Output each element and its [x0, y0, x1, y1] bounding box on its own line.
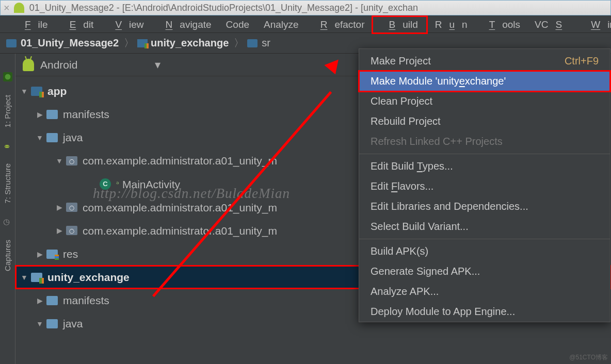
class-icon: [100, 178, 111, 190]
module-icon: [31, 273, 42, 282]
folder-icon: [46, 110, 58, 119]
menu-view[interactable]: View: [101, 17, 151, 32]
breadcrumb-separator: 〉: [124, 36, 134, 50]
menu-build[interactable]: Build: [372, 15, 427, 34]
menu-item-analyze-apk[interactable]: Analyze APK...: [359, 282, 610, 302]
package-icon: [66, 156, 77, 166]
menu-separator: [359, 154, 610, 154]
captures-icon: ◷: [3, 217, 12, 226]
menu-window[interactable]: Window: [576, 17, 611, 32]
android-studio-icon: [14, 3, 24, 13]
activity-badge-icon: ᵃ: [116, 176, 119, 192]
menu-item-refresh-cpp: Refresh Linked C++ Projects: [359, 131, 610, 152]
res-folder-icon: [46, 250, 58, 259]
folder-icon: [6, 39, 17, 47]
breadcrumb-module[interactable]: unity_exchange: [137, 37, 229, 49]
menu-item-rebuild-project[interactable]: Rebuild Project: [359, 111, 610, 131]
menu-item-make-project[interactable]: Make ProjectCtrl+F9: [359, 49, 610, 71]
menu-code[interactable]: Code: [219, 17, 256, 32]
folder-icon: [46, 296, 58, 305]
menu-file[interactable]: File: [10, 17, 55, 32]
package-icon: [66, 226, 77, 235]
menu-analyze[interactable]: Analyze: [256, 17, 306, 32]
window-title: 01_Unity_Message2 - [E:\Android\AndroidS…: [29, 3, 418, 13]
menu-separator: [359, 239, 610, 239]
breadcrumb-root[interactable]: 01_Unity_Message2: [6, 37, 119, 49]
breadcrumb-src[interactable]: sr: [247, 37, 270, 49]
project-icon: [3, 72, 12, 81]
folder-icon: [247, 39, 258, 47]
menu-refactor[interactable]: Refactor: [306, 17, 372, 32]
folder-icon: [46, 319, 58, 328]
menu-tools[interactable]: Tools: [475, 17, 527, 32]
structure-icon: ⚭: [3, 141, 12, 150]
sidebar-structure[interactable]: 7: Structure: [3, 163, 12, 204]
package-icon: [66, 203, 77, 212]
menu-bar[interactable]: File Edit View Navigate Code Analyze Ref…: [0, 15, 611, 33]
menu-navigate[interactable]: Navigate: [151, 17, 219, 32]
tool-window-bar-left[interactable]: 1: Project ⚭ 7: Structure ◷ Captures: [0, 54, 15, 364]
menu-item-deploy-app-engine[interactable]: Deploy Module to App Engine...: [359, 302, 610, 322]
menu-run[interactable]: Run: [428, 17, 475, 32]
android-icon: [23, 59, 34, 71]
window-control-placeholder: ×: [4, 2, 10, 14]
module-icon: [31, 87, 42, 96]
build-menu-popup: Make ProjectCtrl+F9 Make Module 'unityex…: [359, 48, 610, 322]
folder-icon: [46, 133, 58, 142]
menu-item-edit-flavors[interactable]: Edit Flavors...: [359, 176, 610, 196]
sidebar-captures[interactable]: Captures: [3, 240, 12, 271]
title-bar: × 01_Unity_Message2 - [E:\Android\Androi…: [0, 0, 611, 15]
corner-watermark: @51CTO博客: [569, 353, 608, 362]
breadcrumb-separator: 〉: [234, 36, 244, 50]
menu-item-generate-signed-apk[interactable]: Generate Signed APK...: [359, 261, 610, 282]
menu-edit[interactable]: Edit: [55, 17, 101, 32]
menu-item-build-apk[interactable]: Build APK(s): [359, 241, 610, 261]
menu-item-make-module[interactable]: Make Module 'unityexchange': [359, 71, 610, 91]
menu-item-clean-project[interactable]: Clean Project: [359, 91, 610, 111]
module-icon: [137, 39, 148, 47]
sidebar-project[interactable]: 1: Project: [3, 95, 12, 127]
menu-vcs[interactable]: VCS: [527, 17, 576, 32]
chevron-down-icon[interactable]: ▾: [155, 58, 160, 72]
menu-item-select-build-variant[interactable]: Select Build Variant...: [359, 217, 610, 237]
view-mode-label[interactable]: Android: [40, 59, 77, 71]
menu-item-edit-build-types[interactable]: Edit Build Types...: [359, 156, 610, 176]
menu-item-edit-libraries[interactable]: Edit Libraries and Dependencies...: [359, 196, 610, 217]
